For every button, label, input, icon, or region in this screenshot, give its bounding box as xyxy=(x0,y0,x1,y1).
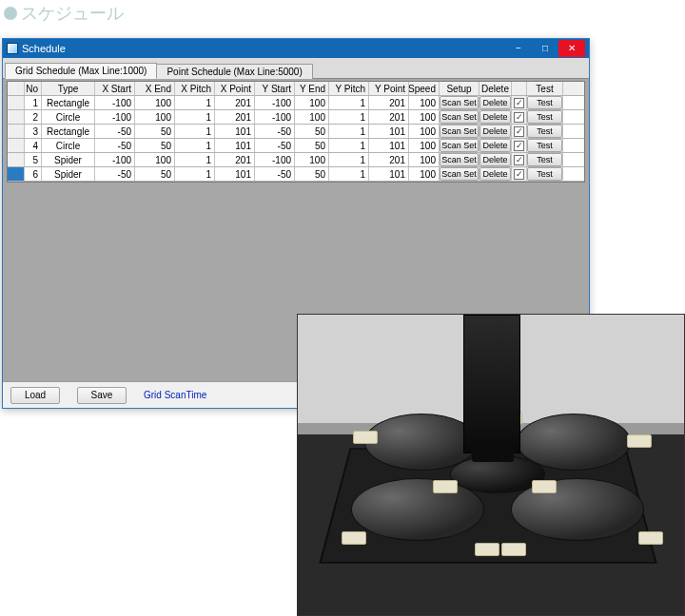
load-button[interactable]: Load xyxy=(10,387,60,404)
scan-set-button[interactable]: Scan Set xyxy=(440,139,479,152)
cell-ystart[interactable]: -50 xyxy=(255,125,295,138)
cell-ypitch[interactable]: 1 xyxy=(329,167,369,181)
delete-button[interactable]: Delete xyxy=(480,153,511,166)
cell-ypitch[interactable]: 1 xyxy=(329,110,369,124)
cell-xstart[interactable]: -100 xyxy=(95,153,135,166)
cell-xpitch[interactable]: 1 xyxy=(175,96,215,109)
cell-xend[interactable]: 100 xyxy=(135,110,175,124)
cell-ypoint[interactable]: 201 xyxy=(369,96,409,109)
cell-no[interactable]: 5 xyxy=(25,153,42,166)
cell-ystart[interactable]: -100 xyxy=(255,96,295,109)
cell-ystart[interactable]: -100 xyxy=(255,110,295,124)
row-header[interactable] xyxy=(8,153,25,166)
row-header[interactable] xyxy=(8,167,25,181)
cell-no[interactable]: 4 xyxy=(25,139,42,152)
cell-xpitch[interactable]: 1 xyxy=(175,153,215,166)
row-header[interactable] xyxy=(8,125,25,138)
row-checkbox[interactable]: ✓ xyxy=(514,155,524,165)
cell-xpitch[interactable]: 1 xyxy=(175,125,215,138)
close-button[interactable]: ✕ xyxy=(558,40,585,57)
test-button[interactable]: Test xyxy=(527,96,562,109)
scan-set-button[interactable]: Scan Set xyxy=(440,167,479,181)
row-checkbox[interactable]: ✓ xyxy=(514,126,524,137)
scan-set-button[interactable]: Scan Set xyxy=(440,96,479,109)
cell-ypitch[interactable]: 1 xyxy=(329,153,369,166)
col-chk[interactable] xyxy=(512,82,527,95)
cell-xend[interactable]: 50 xyxy=(135,125,175,138)
col-xend[interactable]: X End xyxy=(135,82,175,95)
cell-ypitch[interactable]: 1 xyxy=(329,96,369,109)
col-test[interactable]: Test xyxy=(527,82,563,95)
cell-xpoint[interactable]: 201 xyxy=(215,110,255,124)
col-ypoint[interactable]: Y Point xyxy=(369,82,409,95)
scan-set-button[interactable]: Scan Set xyxy=(440,125,479,138)
cell-no[interactable]: 3 xyxy=(25,125,42,138)
table-row[interactable]: 4Circle-50501101-50501101100Scan SetDele… xyxy=(8,139,584,153)
schedule-grid[interactable]: No Type X Start X End X Pitch X Point Y … xyxy=(7,81,585,183)
col-xpitch[interactable]: X Pitch xyxy=(175,82,215,95)
cell-speed[interactable]: 100 xyxy=(409,110,440,124)
cell-ystart[interactable]: -50 xyxy=(255,139,295,152)
cell-yend[interactable]: 100 xyxy=(295,110,329,124)
scan-set-button[interactable]: Scan Set xyxy=(440,110,479,124)
cell-ypoint[interactable]: 201 xyxy=(369,153,409,166)
cell-yend[interactable]: 50 xyxy=(295,139,329,152)
cell-speed[interactable]: 100 xyxy=(409,96,440,109)
row-checkbox[interactable]: ✓ xyxy=(514,169,524,180)
col-type[interactable]: Type xyxy=(42,82,95,95)
cell-type[interactable]: Rectangle xyxy=(42,125,95,138)
cell-ypoint[interactable]: 101 xyxy=(369,125,409,138)
cell-type[interactable]: Circle xyxy=(42,110,95,124)
cell-yend[interactable]: 50 xyxy=(295,167,329,181)
col-xpoint[interactable]: X Point xyxy=(215,82,255,95)
cell-speed[interactable]: 100 xyxy=(409,167,440,181)
cell-speed[interactable]: 100 xyxy=(409,153,440,166)
row-header[interactable] xyxy=(8,110,25,124)
cell-xpoint[interactable]: 101 xyxy=(215,167,255,181)
cell-no[interactable]: 1 xyxy=(25,96,42,109)
cell-no[interactable]: 2 xyxy=(25,110,42,124)
delete-button[interactable]: Delete xyxy=(480,96,511,109)
cell-ypoint[interactable]: 101 xyxy=(369,139,409,152)
cell-no[interactable]: 6 xyxy=(25,167,42,181)
maximize-button[interactable]: □ xyxy=(532,40,558,57)
cell-xstart[interactable]: -50 xyxy=(95,125,135,138)
cell-ypoint[interactable]: 201 xyxy=(369,110,409,124)
test-button[interactable]: Test xyxy=(527,125,562,138)
row-checkbox[interactable]: ✓ xyxy=(514,141,524,151)
cell-xpoint[interactable]: 201 xyxy=(215,153,255,166)
col-setup[interactable]: Setup xyxy=(440,82,480,95)
row-header[interactable] xyxy=(8,139,25,152)
cell-type[interactable]: Spider xyxy=(42,167,95,181)
cell-xstart[interactable]: -100 xyxy=(95,110,135,124)
delete-button[interactable]: Delete xyxy=(480,110,511,124)
cell-yend[interactable]: 50 xyxy=(295,125,329,138)
cell-xpitch[interactable]: 1 xyxy=(175,167,215,181)
cell-xpoint[interactable]: 201 xyxy=(215,96,255,109)
save-button[interactable]: Save xyxy=(77,387,127,404)
cell-xpoint[interactable]: 101 xyxy=(215,139,255,152)
cell-xend[interactable]: 100 xyxy=(135,96,175,109)
cell-ystart[interactable]: -100 xyxy=(255,153,295,166)
cell-type[interactable]: Spider xyxy=(42,153,95,166)
cell-xstart[interactable]: -100 xyxy=(95,96,135,109)
cell-xend[interactable]: 100 xyxy=(135,153,175,166)
cell-xstart[interactable]: -50 xyxy=(95,139,135,152)
delete-button[interactable]: Delete xyxy=(480,125,511,138)
cell-speed[interactable]: 100 xyxy=(409,125,440,138)
cell-xstart[interactable]: -50 xyxy=(95,167,135,181)
test-button[interactable]: Test xyxy=(527,110,562,124)
row-checkbox[interactable]: ✓ xyxy=(514,98,524,108)
tab-grid-schedule[interactable]: Grid Schedule (Max Line:1000) xyxy=(5,63,157,79)
cell-xpoint[interactable]: 101 xyxy=(215,125,255,138)
delete-button[interactable]: Delete xyxy=(480,139,511,152)
cell-ypitch[interactable]: 1 xyxy=(329,125,369,138)
grid-scantime-link[interactable]: Grid ScanTime xyxy=(144,390,206,400)
table-row[interactable]: 5Spider-1001001201-1001001201100Scan Set… xyxy=(8,153,584,167)
col-no[interactable]: No xyxy=(25,82,42,95)
cell-xpitch[interactable]: 1 xyxy=(175,139,215,152)
col-speed[interactable]: Speed xyxy=(409,82,440,95)
col-xstart[interactable]: X Start xyxy=(95,82,135,95)
cell-xpitch[interactable]: 1 xyxy=(175,110,215,124)
delete-button[interactable]: Delete xyxy=(480,167,511,181)
